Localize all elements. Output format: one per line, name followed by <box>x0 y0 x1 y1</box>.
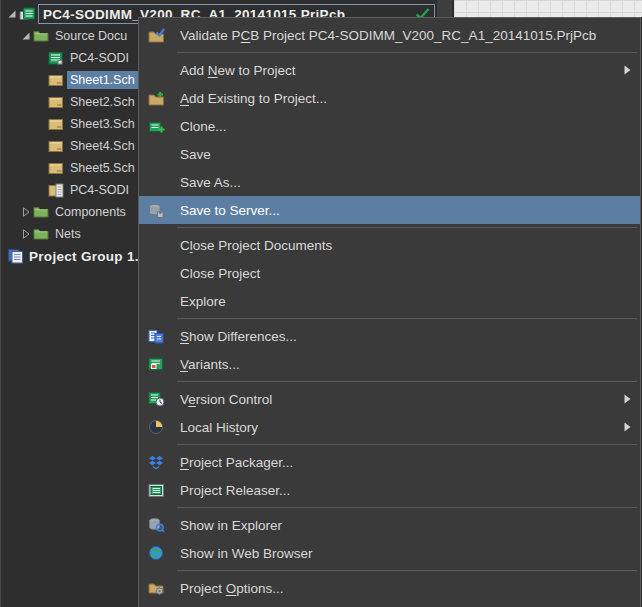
folder-icon <box>32 29 50 43</box>
menu-item-label: Save to Server... <box>180 203 280 218</box>
tree-item-label: Sheet5.Sch <box>67 159 138 177</box>
menu-item-show-differences[interactable]: Show Differences... <box>139 322 640 350</box>
menu-item-local-history[interactable]: Local History <box>139 413 640 441</box>
menu-item-label: Show in Explorer <box>180 518 282 533</box>
menu-item-validate-pcb-project-pc4-sodimm-v200-rc-a1-20141015prjpcb[interactable]: Validate PCB Project PC4-SODIMM_V200_RC_… <box>139 21 640 49</box>
sheet-icon <box>47 96 65 109</box>
show-in-web-browser-icon <box>145 545 167 561</box>
sheet-icon <box>47 162 65 175</box>
menu-item-save[interactable]: Save <box>139 140 640 168</box>
menu-separator <box>139 567 640 574</box>
menu-separator <box>139 504 640 511</box>
folder-icon <box>32 205 50 219</box>
sheet-icon <box>47 140 65 153</box>
menu-item-label: Save <box>180 147 211 162</box>
add-existing-icon <box>145 91 167 106</box>
project-options-icon <box>145 580 167 596</box>
variants-icon <box>145 357 167 371</box>
project-group-icon <box>6 248 24 264</box>
tree-item-label: Source Docu <box>52 27 130 45</box>
menu-item-variants[interactable]: Variants... <box>139 350 640 378</box>
folder-icon <box>32 227 50 241</box>
collapsed-arrow-icon[interactable] <box>20 207 32 217</box>
sheet-icon <box>47 118 65 131</box>
menu-item-add-new-to-project[interactable]: Add New to Project <box>139 56 640 84</box>
menu-item-label: Project Packager... <box>180 455 293 470</box>
menu-item-close-project[interactable]: Close Project <box>139 259 640 287</box>
validate-icon <box>145 28 167 43</box>
version-control-icon <box>145 391 167 407</box>
menu-item-close-project-documents[interactable]: Close Project Documents <box>139 231 640 259</box>
tree-item-label: Sheet3.Sch <box>67 115 138 133</box>
menu-item-label: Project Options... <box>180 581 284 596</box>
tree-item-label: Components <box>52 203 129 221</box>
menu-item-label: Validate PCB Project PC4-SODIMM_V200_RC_… <box>180 28 596 43</box>
menu-item-clone[interactable]: Clone... <box>139 112 640 140</box>
sheet-icon <box>47 74 65 87</box>
menu-item-label: Show Differences... <box>180 329 297 344</box>
menu-item-label: Add Existing to Project... <box>180 91 327 106</box>
menu-item-label: Variants... <box>180 357 240 372</box>
menu-separator <box>139 224 640 231</box>
menu-item-save-as[interactable]: Save As... <box>139 168 640 196</box>
menu-item-save-to-server[interactable]: Save to Server... <box>139 196 640 224</box>
menu-separator <box>139 315 640 322</box>
tree-item-label: PC4-SODI <box>67 49 132 67</box>
menu-item-label: Version Control <box>180 392 272 407</box>
project-context-menu: Validate PCB Project PC4-SODIMM_V200_RC_… <box>138 17 641 607</box>
menu-item-show-in-explorer[interactable]: Show in Explorer <box>139 511 640 539</box>
menu-item-project-packager[interactable]: Project Packager... <box>139 448 640 476</box>
panel-scrollbar[interactable] <box>437 0 452 17</box>
menu-item-label: Add New to Project <box>180 63 296 78</box>
tree-item-label: Nets <box>52 225 84 243</box>
menu-item-label: Show in Web Browser <box>180 546 313 561</box>
local-history-icon <box>145 419 167 435</box>
schematic-grid-background <box>454 0 642 17</box>
tree-item-label: Sheet4.Sch <box>67 137 138 155</box>
menu-separator <box>139 378 640 385</box>
show-in-explorer-icon <box>145 517 167 533</box>
menu-item-label: Local History <box>180 420 258 435</box>
expanded-arrow-icon[interactable] <box>20 31 32 41</box>
project-packager-icon <box>145 455 167 470</box>
submenu-arrow-icon <box>624 394 631 404</box>
clone-icon <box>145 119 167 134</box>
collapsed-arrow-icon[interactable] <box>20 229 32 239</box>
tree-item-label: PC4-SODI <box>67 181 132 199</box>
menu-separator <box>139 49 640 56</box>
submenu-arrow-icon <box>624 65 631 75</box>
menu-item-label: Close Project <box>180 266 260 281</box>
menu-item-version-control[interactable]: Version Control <box>139 385 640 413</box>
menu-item-add-existing-to-project[interactable]: Add Existing to Project... <box>139 84 640 112</box>
save-to-server-icon <box>145 203 167 218</box>
project-releaser-icon <box>145 483 167 498</box>
menu-item-label: Close Project Documents <box>180 238 332 253</box>
menu-item-label: Clone... <box>180 119 227 134</box>
menu-item-project-options[interactable]: Project Options... <box>139 574 640 602</box>
show-differences-icon <box>145 329 167 344</box>
menu-item-label: Save As... <box>180 175 241 190</box>
menu-item-label: Project Releaser... <box>180 483 290 498</box>
menu-item-project-releaser[interactable]: Project Releaser... <box>139 476 640 504</box>
schdoc-icon <box>47 51 65 66</box>
menu-item-show-in-web-browser[interactable]: Show in Web Browser <box>139 539 640 567</box>
tree-item-label: Sheet2.Sch <box>67 93 138 111</box>
expanded-arrow-icon[interactable] <box>6 9 18 19</box>
menu-separator <box>139 441 640 448</box>
project-icon <box>18 6 36 22</box>
pcbdoc-icon <box>47 183 65 198</box>
tree-item-label: Project Group 1. <box>26 247 142 266</box>
menu-item-explore[interactable]: Explore <box>139 287 640 315</box>
submenu-arrow-icon <box>624 422 631 432</box>
altium-projects-panel-screenshot: PC4-SODIMM_V200_RC_A1_20141015.PrjPcbSou… <box>0 0 642 607</box>
menu-item-label: Explore <box>180 294 226 309</box>
